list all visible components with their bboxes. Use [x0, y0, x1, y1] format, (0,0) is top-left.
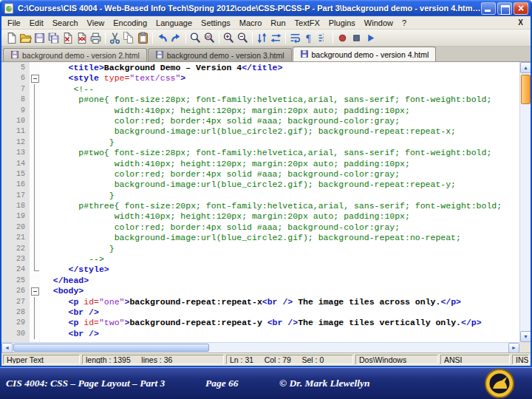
menu-window[interactable]: Window	[360, 18, 398, 28]
play-macro-icon	[364, 32, 377, 44]
code-token: "text/css"	[129, 73, 180, 83]
code-line: 30 <br />	[1, 329, 519, 339]
horizontal-scroll-thumb[interactable]	[13, 344, 209, 352]
code-text: color:red; border:4px solid #aaa; backgr…	[40, 222, 400, 233]
menu-macro[interactable]: Macro	[235, 18, 267, 28]
zoom-in-button[interactable]	[222, 31, 236, 45]
code-area[interactable]: 5 <title>Background Demo – Version 4</ti…	[1, 63, 519, 342]
code-line: 29 <p id="two">background-repeat:repeat-…	[1, 318, 519, 328]
vertical-scrollbar[interactable]: ▲ ▼	[519, 62, 531, 342]
line-number: 18	[1, 201, 30, 211]
menu-search[interactable]: Search	[48, 18, 83, 28]
code-line: 8 p#one{ font-size:28px; font-family:hel…	[1, 95, 519, 105]
redo-button[interactable]	[169, 31, 183, 45]
stop-macro-button[interactable]	[349, 31, 364, 45]
open-file-button[interactable]	[18, 31, 33, 45]
line-number: 15	[1, 169, 30, 180]
scroll-down-button[interactable]: ▼	[520, 331, 531, 342]
code-token: "two"	[99, 318, 125, 327]
scroll-left-button[interactable]: ◄	[1, 343, 13, 352]
code-token: background-repeat:repeat-y	[129, 318, 267, 327]
new-file-button[interactable]	[4, 31, 18, 45]
fold-line-marker	[30, 116, 40, 126]
scroll-right-button[interactable]: ►	[508, 343, 519, 352]
window-title: C:\Courses\CIS 4004 - Web-Based Info Tec…	[18, 4, 481, 13]
menu-run[interactable]: Run	[266, 18, 290, 28]
maximize-button[interactable]	[497, 2, 512, 15]
menu-help[interactable]: ?	[398, 18, 411, 28]
fold-start-marker[interactable]	[30, 286, 40, 296]
fold-line-marker	[30, 244, 40, 254]
code-token: <br />	[267, 318, 298, 327]
menu-settings[interactable]: Settings	[197, 18, 235, 28]
close-button[interactable]	[514, 2, 528, 15]
code-token: </p>	[461, 318, 482, 327]
menu-plugins[interactable]: Plugins	[324, 18, 360, 28]
indent-guide-button[interactable]	[316, 31, 330, 45]
svg-text:¶: ¶	[306, 33, 311, 44]
tab-2[interactable]: background demo - version 3.html	[148, 48, 292, 61]
fold-line-marker	[30, 233, 40, 243]
toolbar-separator	[332, 33, 333, 44]
horizontal-scrollbar[interactable]: ◄ ►	[1, 342, 519, 352]
menu-file[interactable]: File	[3, 18, 25, 28]
menu-encoding[interactable]: Encoding	[109, 18, 151, 28]
show-all-chars-button[interactable]: ¶	[302, 31, 316, 45]
sync-horizontal-button[interactable]	[269, 31, 283, 45]
paste-button[interactable]	[136, 31, 150, 45]
close-all-button[interactable]	[75, 31, 89, 45]
vertical-scroll-thumb[interactable]	[521, 75, 531, 104]
minimize-button[interactable]	[481, 2, 496, 15]
editor[interactable]: 5 <title>Background Demo – Version 4</ti…	[1, 62, 531, 352]
save-all-button[interactable]	[47, 31, 61, 45]
scroll-up-button[interactable]: ▲	[520, 62, 531, 73]
status-doctype: Hyper Text	[3, 355, 80, 364]
menu-textfx[interactable]: TextFX	[290, 18, 324, 28]
fold-start-marker[interactable]	[30, 73, 40, 83]
undo-button[interactable]	[155, 31, 169, 45]
fold-line-marker	[30, 95, 40, 105]
document-close-button[interactable]: X	[512, 18, 529, 27]
play-macro-button[interactable]	[364, 31, 378, 45]
find-button[interactable]	[188, 31, 202, 45]
code-text: </style>	[40, 265, 109, 275]
tab-3[interactable]: background demo - version 4.html	[293, 47, 437, 61]
copy-button[interactable]	[122, 31, 136, 45]
record-macro-button[interactable]	[335, 31, 349, 45]
replace-button[interactable]: ab	[202, 31, 216, 45]
toolbar: ab¶	[1, 30, 531, 47]
fold-line-marker	[30, 318, 40, 328]
code-line: 18 p#three{ font-size:20px; font-family:…	[1, 201, 519, 211]
tab-1[interactable]: background demo - version 2.html	[3, 48, 147, 61]
code-line: 5 <title>Background Demo – Version 4</ti…	[1, 63, 519, 73]
line-number: 14	[1, 159, 30, 169]
code-token: -->	[89, 254, 104, 264]
code-token: <!--	[73, 84, 94, 94]
status-length-info: length : 1395 lines : 36	[82, 355, 224, 364]
print-button[interactable]	[89, 31, 103, 45]
paste-icon	[137, 32, 149, 44]
code-token: }	[109, 191, 115, 200]
word-wrap-button[interactable]	[288, 31, 302, 45]
code-token: p#three{ font-size:20px; font-family:hel…	[78, 201, 502, 211]
code-token: p#one{ font-size:28px; font-family:helve…	[78, 95, 491, 104]
cut-button[interactable]	[108, 31, 122, 45]
code-line: 7 <!--	[1, 84, 519, 95]
replace-icon: ab	[203, 32, 216, 44]
fold-margin-cell	[30, 276, 40, 286]
fold-line-marker	[30, 307, 40, 318]
fold-line-marker	[30, 106, 40, 116]
zoom-out-button[interactable]	[236, 31, 250, 45]
save-button[interactable]	[33, 31, 47, 45]
code-token: </style>	[69, 265, 109, 274]
menu-view[interactable]: View	[83, 18, 109, 28]
close-button[interactable]	[61, 31, 75, 45]
code-line: 25 </head>	[1, 276, 519, 286]
title-bar[interactable]: C:\Courses\CIS 4004 - Web-Based Info Tec…	[1, 0, 531, 16]
menu-edit[interactable]: Edit	[25, 18, 48, 28]
code-token: id=	[83, 297, 99, 307]
menu-bar: FileEditSearchViewEncodingLanguageSettin…	[1, 16, 531, 30]
menu-language[interactable]: Language	[151, 18, 197, 28]
line-number: 30	[1, 329, 30, 339]
sync-vertical-button[interactable]	[255, 31, 269, 45]
